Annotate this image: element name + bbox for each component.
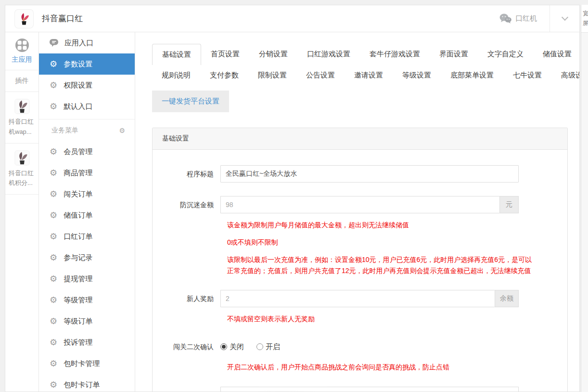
field-label: 闯关二次确认 <box>153 338 220 355</box>
section-gear-icon[interactable]: ⚙ <box>119 127 125 134</box>
header-dropdown-button[interactable] <box>550 5 579 32</box>
menu-item-label: 投诉管理 <box>64 338 92 347</box>
field-label: 防沉迷金额 <box>153 196 220 213</box>
footer-copyright-input[interactable]: 代理赚钱· 日赚500+ <box>220 387 519 392</box>
tab-stored-value-settings[interactable]: 储值设置 <box>533 44 579 65</box>
widescreen-label-char-2: 屏 <box>583 19 588 28</box>
menu-item-member-management[interactable]: ⚙ 会员管理 <box>39 141 135 162</box>
panel-body: 程序标题 防沉迷金额 元 该 <box>153 150 567 392</box>
rail-plugin-wap[interactable]: 抖音口红机wap... <box>5 92 38 144</box>
menu-item-level-management[interactable]: ⚙ 等级管理 <box>39 289 135 311</box>
gear-icon: ⚙ <box>50 190 57 198</box>
gear-icon: ⚙ <box>50 296 57 304</box>
tab-one-click-shipping-platform[interactable]: 一键发货平台设置 <box>152 91 229 112</box>
tab-cowboy-game-settings[interactable]: 套牛仔游戏设置 <box>360 44 430 65</box>
tab-distribution-settings[interactable]: 分销设置 <box>249 44 297 65</box>
menu-item-level-orders[interactable]: ⚙ 等级订单 <box>39 311 135 332</box>
menu-item-participation-records[interactable]: ⚙ 参与记录 <box>39 247 135 268</box>
menu-item-lipstick-orders[interactable]: ⚙ 口红订单 <box>39 226 135 247</box>
radio-icon-unchecked <box>256 343 263 350</box>
gear-icon: ⚙ <box>50 169 57 177</box>
help-text: 该限制以最后一次充值为准，例如：设置金额10元，用户已充值6元，此时用户选择再充… <box>227 254 535 276</box>
basic-settings-panel: 基础设置 程序标题 防沉迷金额 元 <box>152 128 568 392</box>
tab-advanced-settings[interactable]: 高级设置 <box>551 65 579 86</box>
menu-item-time-card-orders[interactable]: ⚙ 包时卡订单 <box>39 374 135 392</box>
app-body: 主应用 插件 抖音口红机wap... 抖音口红机积分 <box>5 32 579 392</box>
unit-addon-balance: 余额 <box>495 290 519 307</box>
menu-item-label: 商品管理 <box>64 169 92 178</box>
gear-icon: ⚙ <box>50 232 57 241</box>
gear-icon: ⚙ <box>50 338 57 347</box>
gear-icon: ⚙ <box>50 147 57 156</box>
tabs-row-2: 规则说明 支付参数 限制设置 公告设置 邀请设置 等级设置 底部菜单设置 七牛设… <box>152 65 579 86</box>
app-title: 抖音赢口红 <box>42 13 83 24</box>
form-row-program-title: 程序标题 <box>153 165 567 183</box>
form-row-newcomer-reward: 新人奖励 余额 <box>153 290 567 307</box>
wechat-icon <box>499 13 511 24</box>
app-window: 抖音赢口红 口红机 <box>5 5 580 392</box>
tab-interface-settings[interactable]: 界面设置 <box>430 44 478 65</box>
radio-option-close[interactable]: 关闭 <box>220 342 244 352</box>
newcomer-reward-input[interactable] <box>220 290 495 307</box>
program-title-input[interactable] <box>220 165 519 183</box>
censored-blur-overlay <box>257 390 329 392</box>
rail-item-main-app[interactable]: 主应用 <box>5 32 38 70</box>
tab-limit-settings[interactable]: 限制设置 <box>248 65 296 86</box>
menu-item-app-entry[interactable]: 应用入口 <box>39 32 135 53</box>
page: { "header": { "title": "抖音赢口红", "account… <box>0 0 588 392</box>
tab-invitation-settings[interactable]: 邀请设置 <box>345 65 393 86</box>
menu-item-permission-settings[interactable]: ⚙ 权限设置 <box>39 75 135 96</box>
field-label: 程序标题 <box>153 165 220 183</box>
menu-item-default-entry[interactable]: ⚙ 默认入口 <box>39 96 135 117</box>
tab-text-customization[interactable]: 文字自定义 <box>478 44 533 65</box>
tab-payment-parameters[interactable]: 支付参数 <box>200 65 248 86</box>
menu-item-challenge-orders[interactable]: ⚙ 闯关订单 <box>39 183 135 205</box>
widescreen-toggle[interactable]: 宽 屏 <box>581 5 588 33</box>
tabs-row-1: 基础设置 首页设置 分销设置 口红游戏设置 套牛仔游戏设置 界面设置 文字自定义… <box>152 44 579 65</box>
menu-item-stored-value-orders[interactable]: ⚙ 储值订单 <box>39 205 135 226</box>
chat-bubble-icon <box>50 39 58 47</box>
gear-icon: ⚙ <box>50 274 57 283</box>
radio-option-open[interactable]: 开启 <box>256 342 280 352</box>
sidebar-menu: 应用入口 ⚙ 参数设置 ⚙ 权限设置 ⚙ 默认入口 业务菜单 ⚙ ⚙ 会员管理 <box>39 32 135 392</box>
grid-icon <box>15 38 29 52</box>
form-row-anti-addiction: 防沉迷金额 元 <box>153 196 567 213</box>
menu-item-withdrawal-management[interactable]: ⚙ 提现管理 <box>39 268 135 289</box>
menu-item-label: 会员管理 <box>64 147 92 157</box>
menu-item-label: 闯关订单 <box>64 190 92 199</box>
tab-home-settings[interactable]: 首页设置 <box>201 44 249 65</box>
rail-plugins-label: 插件 <box>5 70 38 92</box>
menu-section-label: 业务菜单 <box>51 126 78 135</box>
tab-bottom-menu-settings[interactable]: 底部菜单设置 <box>441 65 503 86</box>
tab-basic-settings[interactable]: 基础设置 <box>152 44 201 65</box>
gear-icon: ⚙ <box>50 359 57 368</box>
header-right: 口红机 <box>499 5 579 32</box>
help-text: 不填或留空则表示新人无奖励 <box>227 314 535 325</box>
menu-item-complaint-management[interactable]: ⚙ 投诉管理 <box>39 332 135 353</box>
rail-plugin-points[interactable]: 抖音口红机积分... <box>5 144 38 195</box>
rail-plugin-name: 抖音口红机积分... <box>7 169 37 189</box>
menu-item-label: 包时卡订单 <box>64 380 100 390</box>
tab-announcement-settings[interactable]: 公告设置 <box>296 65 345 86</box>
gear-icon: ⚙ <box>50 60 57 68</box>
tab-lipstick-game-settings[interactable]: 口红游戏设置 <box>297 44 360 65</box>
app-header: 抖音赢口红 口红机 <box>5 5 579 32</box>
panel-title: 基础设置 <box>153 128 567 150</box>
menu-item-label: 提现管理 <box>64 274 92 284</box>
app-rail: 主应用 插件 抖音口红机wap... 抖音口红机积分 <box>5 32 39 392</box>
gear-icon: ⚙ <box>50 211 57 220</box>
menu-item-parameter-settings[interactable]: ⚙ 参数设置 <box>39 53 135 75</box>
rail-plugin-name: 抖音口红机wap... <box>7 117 37 137</box>
lipstick-logo-icon <box>17 12 31 26</box>
tab-level-settings[interactable]: 等级设置 <box>393 65 441 86</box>
radio-icon-checked <box>220 343 227 350</box>
anti-addiction-amount-input[interactable] <box>220 196 499 213</box>
tab-qiniu-settings[interactable]: 七牛设置 <box>503 65 551 86</box>
account-menu[interactable]: 口红机 <box>499 13 550 24</box>
tab-rules-description[interactable]: 规则说明 <box>152 65 200 86</box>
menu-item-product-management[interactable]: ⚙ 商品管理 <box>39 162 135 183</box>
main-content: 基础设置 首页设置 分销设置 口红游戏设置 套牛仔游戏设置 界面设置 文字自定义… <box>135 32 579 392</box>
lipstick-plugin-icon <box>14 150 30 166</box>
menu-item-time-card-management[interactable]: ⚙ 包时卡管理 <box>39 353 135 374</box>
unit-addon-yuan: 元 <box>499 196 519 213</box>
